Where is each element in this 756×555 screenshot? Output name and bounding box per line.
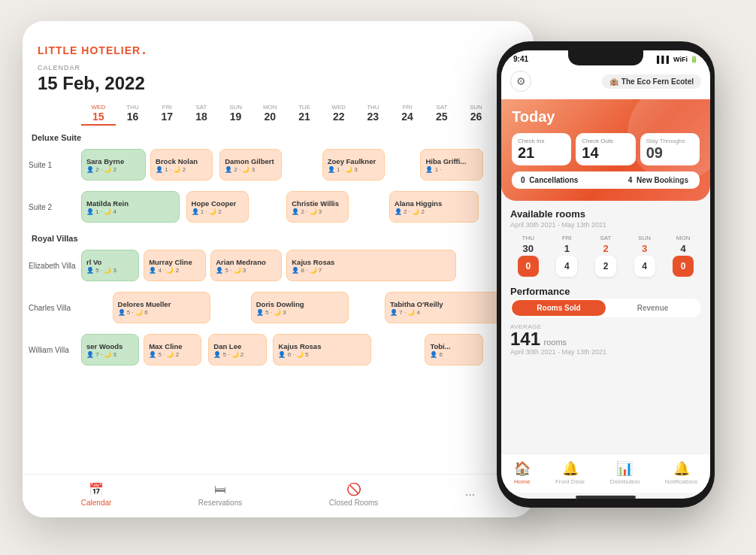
status-time: 9:41 — [513, 55, 528, 63]
hotel-building-icon: 🏨 — [609, 77, 618, 86]
avail-day-thu30: THU 30 0 — [510, 235, 546, 277]
perf-avg-value-row: 141 rooms — [510, 330, 701, 348]
booking-murray-cline[interactable]: Murray Cline 👤 4 · 🌙 2 — [144, 250, 206, 281]
nav-more[interactable]: ··· — [465, 488, 475, 502]
room-row-william: William Villa ser Woods 👤 7 · 🌙 3 Max Cl… — [29, 330, 528, 369]
bottom-stats: 0 Cancellations 4 New Bookings — [512, 171, 700, 189]
booking-zoey-faulkner[interactable]: Zoey Faulkner 👤 1 · 🌙 3 — [322, 149, 385, 180]
day-header-thu23: THU23 — [356, 103, 391, 126]
today-section: Today Check Ins 21 Check Outs 14 Stay Th… — [501, 99, 710, 201]
distribution-nav-icon: 📊 — [616, 460, 633, 477]
hotel-badge[interactable]: 🏨 The Eco Fern Ecotel — [602, 74, 701, 89]
today-title: Today — [512, 108, 700, 126]
phone-notch — [568, 50, 643, 65]
nav-reservations[interactable]: 🛏 Reservations — [198, 483, 242, 507]
booking-delores-mueller[interactable]: Delores Mueller 👤 5 · 🌙 6 — [113, 292, 211, 323]
booking-doris-dowling[interactable]: Doris Dowling 👤 5 · 🌙 3 — [251, 292, 349, 323]
room-name-suite2: Suite 2 — [29, 187, 81, 226]
stay-throughs-value: 09 — [646, 144, 694, 161]
home-nav-label: Home — [514, 478, 530, 485]
cancellations-label: Cancellations — [529, 176, 578, 184]
settings-icon[interactable]: ⚙ — [510, 71, 531, 92]
booking-hiba-griffi[interactable]: Hiba Griffi... 👤 1 · — [420, 149, 482, 180]
home-indicator — [576, 496, 636, 499]
phone-nav-notifications[interactable]: 🔔 Notifications — [665, 460, 698, 485]
room-row-charles: Charles Villa Delores Mueller 👤 5 · 🌙 6 … — [29, 288, 528, 327]
phone-nav-distribution[interactable]: 📊 Distribution — [609, 460, 640, 485]
booking-alana-higgins[interactable]: Alana Higgins 👤 2 · 🌙 2 — [389, 191, 479, 223]
day-header-sat18: SAT18 — [184, 103, 219, 126]
check-outs-value: 14 — [582, 144, 629, 161]
check-outs-label: Check Outs — [582, 138, 629, 144]
perf-revenue-btn[interactable]: Revenue — [606, 300, 700, 316]
distribution-nav-label: Distribution — [609, 478, 640, 485]
nav-calendar-label: Calendar — [81, 499, 112, 507]
booking-sara-byrne[interactable]: Sara Byrne 👤 2 · 🌙 2 — [81, 149, 146, 180]
room-name-charles: Charles Villa — [29, 288, 81, 327]
signal-icon: ▌▌▌ — [657, 56, 671, 63]
booking-kajus-rosas-will[interactable]: Kajus Rosas 👤 6 · 🌙 5 — [273, 334, 371, 365]
day-header-mon20: MON20 — [253, 103, 287, 126]
booking-dan-lee[interactable]: Dan Lee 👤 5 · 🌙 2 — [208, 334, 266, 365]
booking-rl-vo[interactable]: rl Vo 👤 5 · 🌙 3 — [81, 250, 139, 281]
calendar-grid: WED15 THU16 FRI17 SAT18 SUN19 MON20 TUE2… — [23, 100, 534, 474]
check-ins-card: Check Ins 21 — [512, 133, 571, 165]
perf-rooms-sold-btn[interactable]: Rooms Sold — [512, 300, 606, 316]
booking-arian-medrano[interactable]: Arian Medrano 👤 5 · 🌙 3 — [210, 250, 282, 281]
tablet-header: LITTLE HOTELIER. CALENDAR 15 Feb, 2022 — [23, 33, 534, 100]
booking-brock-nolan[interactable]: Brock Nolan 👤 1 · 🌙 2 — [150, 149, 213, 180]
avail-day-sat2: SAT 2 2 — [588, 235, 624, 277]
day-header-sun26: SUN26 — [459, 103, 494, 126]
closed-rooms-nav-icon: 🚫 — [346, 482, 361, 496]
booking-tabitha-oreilly[interactable]: Tabitha O'Reilly 👤 7 · 🌙 4 — [385, 292, 505, 323]
check-outs-card: Check Outs 14 — [576, 133, 635, 165]
day-header-sun19: SUN19 — [219, 103, 253, 126]
phone-header: ⚙ 🏨 The Eco Fern Ecotel — [501, 66, 710, 99]
day-header-thu16: THU16 — [116, 103, 150, 126]
day-header-sat25: SAT25 — [425, 103, 459, 126]
booking-hope-cooper[interactable]: Hope Cooper 👤 1 · 🌙 2 — [186, 191, 249, 223]
phone: 9:41 ▌▌▌ WiFi 🔋 ⚙ 🏨 The Eco Fern Ecotel … — [497, 41, 715, 508]
room-name-william: William Villa — [29, 330, 81, 369]
day-header-tue21: TUE21 — [287, 103, 322, 126]
nav-closed-rooms-label: Closed Rooms — [329, 499, 379, 507]
booking-kajus-rosas-eliz[interactable]: Kajus Rosas 👤 8 · 🌙 7 — [286, 250, 456, 281]
new-bookings-stat: 4 New Bookings — [628, 176, 691, 184]
booking-christie-willis[interactable]: Christie Willis 👤 2 · 🌙 3 — [286, 191, 349, 223]
room-cells-suite2: Matilda Rein 👤 1 · 🌙 4 Hope Cooper 👤 1 ·… — [81, 187, 528, 226]
wifi-icon: WiFi — [673, 56, 688, 63]
cancellations-stat: 0 Cancellations — [521, 176, 580, 184]
phone-nav-home[interactable]: 🏠 Home — [514, 460, 531, 485]
day-header-row: WED15 THU16 FRI17 SAT18 SUN19 MON20 TUE2… — [29, 100, 528, 129]
room-row-suite1: Suite 1 Sara Byrne 👤 2 · 🌙 2 Brock Nolan… — [29, 145, 528, 184]
avail-day-mon4: MON 4 0 — [665, 235, 701, 277]
performance-section: Performance Rooms Sold Revenue AVERAGE 1… — [510, 286, 701, 356]
home-nav-icon: 🏠 — [514, 460, 531, 477]
reservations-nav-icon: 🛏 — [214, 483, 226, 496]
room-cells-william: ser Woods 👤 7 · 🌙 3 Max Cline 👤 5 · 🌙 2 … — [81, 330, 528, 369]
notifications-nav-label: Notifications — [665, 478, 698, 485]
booking-max-cline[interactable]: Max Cline 👤 5 · 🌙 2 — [144, 334, 201, 365]
cancellations-count: 0 — [521, 176, 525, 184]
perf-toggle: Rooms Sold Revenue — [510, 299, 701, 317]
check-ins-value: 21 — [518, 144, 565, 161]
perf-avg-unit: rooms — [544, 338, 567, 347]
notifications-nav-icon: 🔔 — [673, 460, 690, 477]
frontdesk-nav-label: Front Desk — [555, 478, 585, 485]
nav-calendar[interactable]: 📅 Calendar — [81, 482, 112, 507]
day-header-fri24: FRI24 — [390, 103, 425, 126]
booking-tobi[interactable]: Tobi... 👤 6 — [425, 334, 482, 365]
phone-nav-frontdesk[interactable]: 🔔 Front Desk — [555, 460, 585, 485]
booking-matilda-rein[interactable]: Matilda Rein 👤 1 · 🌙 4 — [81, 191, 180, 223]
day-header-fri17: FRI17 — [150, 103, 184, 126]
booking-ser-woods[interactable]: ser Woods 👤 7 · 🌙 3 — [81, 334, 139, 365]
tablet: LITTLE HOTELIER. CALENDAR 15 Feb, 2022 W… — [23, 21, 534, 517]
calendar-nav-icon: 📅 — [89, 482, 104, 496]
day-header-wed15: WED15 — [81, 103, 116, 126]
section-royal-villas: Royal Villas — [29, 229, 528, 246]
performance-title: Performance — [510, 286, 701, 297]
nav-closed-rooms[interactable]: 🚫 Closed Rooms — [329, 482, 379, 507]
hotel-name: The Eco Fern Ecotel — [621, 77, 694, 86]
booking-damon-gilbert[interactable]: Damon Gilbert 👤 2 · 🌙 3 — [219, 149, 282, 180]
avail-grid: THU 30 0 FRI 1 4 SAT 2 2 — [510, 235, 701, 277]
